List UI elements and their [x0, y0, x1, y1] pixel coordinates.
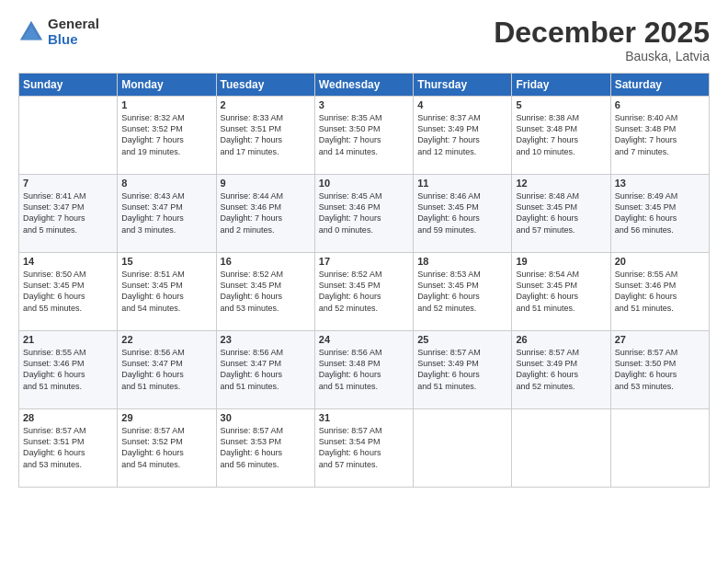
calendar-cell: 11Sunrise: 8:46 AMSunset: 3:45 PMDayligh… [414, 175, 512, 253]
cell-info: Sunrise: 8:57 AMSunset: 3:49 PMDaylight:… [516, 347, 606, 392]
day-number: 10 [319, 178, 409, 189]
calendar-cell: 6Sunrise: 8:40 AMSunset: 3:48 PMDaylight… [610, 97, 709, 175]
day-number: 12 [516, 178, 606, 189]
weekday-header-row: SundayMondayTuesdayWednesdayThursdayFrid… [19, 74, 710, 97]
calendar-cell: 17Sunrise: 8:52 AMSunset: 3:45 PMDayligh… [314, 253, 413, 331]
cell-info: Sunrise: 8:56 AMSunset: 3:47 PMDaylight:… [221, 347, 311, 392]
weekday-header-thursday: Thursday [414, 74, 512, 97]
day-number: 18 [417, 256, 507, 267]
day-number: 19 [516, 256, 606, 267]
day-number: 23 [221, 334, 311, 345]
cell-info: Sunrise: 8:51 AMSunset: 3:45 PMDaylight:… [121, 269, 211, 314]
calendar-cell: 29Sunrise: 8:57 AMSunset: 3:52 PMDayligh… [118, 409, 216, 488]
day-number: 30 [221, 412, 311, 423]
logo-general-text: General [48, 17, 99, 32]
cell-info: Sunrise: 8:57 AMSunset: 3:53 PMDaylight:… [221, 425, 311, 470]
cell-info: Sunrise: 8:32 AMSunset: 3:52 PMDaylight:… [121, 112, 211, 157]
day-number: 20 [615, 256, 705, 267]
cell-info: Sunrise: 8:53 AMSunset: 3:45 PMDaylight:… [417, 269, 507, 314]
day-number: 29 [121, 412, 211, 423]
cell-info: Sunrise: 8:52 AMSunset: 3:45 PMDaylight:… [319, 269, 409, 314]
cell-info: Sunrise: 8:44 AMSunset: 3:46 PMDaylight:… [221, 190, 311, 236]
weekday-header-wednesday: Wednesday [314, 74, 413, 97]
day-number: 1 [121, 99, 211, 110]
cell-info: Sunrise: 8:41 AMSunset: 3:47 PMDaylight:… [23, 190, 113, 236]
calendar-cell: 30Sunrise: 8:57 AMSunset: 3:53 PMDayligh… [216, 409, 314, 488]
calendar-cell: 24Sunrise: 8:56 AMSunset: 3:48 PMDayligh… [314, 331, 413, 409]
title-block: December 2025 Bauska, Latvia [494, 17, 710, 63]
day-number: 8 [121, 178, 211, 189]
cell-info: Sunrise: 8:48 AMSunset: 3:45 PMDaylight:… [516, 190, 606, 236]
calendar-cell: 22Sunrise: 8:56 AMSunset: 3:47 PMDayligh… [118, 331, 216, 409]
calendar-cell: 16Sunrise: 8:52 AMSunset: 3:45 PMDayligh… [216, 253, 314, 331]
cell-info: Sunrise: 8:38 AMSunset: 3:48 PMDaylight:… [516, 112, 606, 157]
cell-info: Sunrise: 8:57 AMSunset: 3:49 PMDaylight:… [417, 347, 507, 392]
calendar-cell: 8Sunrise: 8:43 AMSunset: 3:47 PMDaylight… [118, 175, 216, 253]
calendar-cell: 4Sunrise: 8:37 AMSunset: 3:49 PMDaylight… [414, 97, 512, 175]
day-number: 4 [417, 99, 507, 110]
day-number: 25 [417, 334, 507, 345]
day-number: 22 [121, 334, 211, 345]
cell-info: Sunrise: 8:55 AMSunset: 3:46 PMDaylight:… [23, 347, 113, 392]
calendar-cell: 28Sunrise: 8:57 AMSunset: 3:51 PMDayligh… [19, 409, 118, 488]
day-number: 5 [516, 99, 606, 110]
calendar-cell: 31Sunrise: 8:57 AMSunset: 3:54 PMDayligh… [314, 409, 413, 488]
day-number: 17 [319, 256, 409, 267]
calendar-cell [610, 409, 709, 488]
cell-info: Sunrise: 8:49 AMSunset: 3:45 PMDaylight:… [615, 190, 705, 236]
calendar-cell: 18Sunrise: 8:53 AMSunset: 3:45 PMDayligh… [414, 253, 512, 331]
calendar-cell [414, 409, 512, 488]
cell-info: Sunrise: 8:57 AMSunset: 3:52 PMDaylight:… [121, 425, 211, 470]
calendar-body: 1Sunrise: 8:32 AMSunset: 3:52 PMDaylight… [19, 97, 710, 488]
day-number: 13 [615, 178, 705, 189]
header: General Blue December 2025 Bauska, Latvi… [18, 17, 710, 63]
calendar-cell: 3Sunrise: 8:35 AMSunset: 3:50 PMDaylight… [314, 97, 413, 175]
day-number: 6 [615, 99, 705, 110]
calendar-cell: 5Sunrise: 8:38 AMSunset: 3:48 PMDaylight… [512, 97, 610, 175]
calendar-week-4: 21Sunrise: 8:55 AMSunset: 3:46 PMDayligh… [19, 331, 710, 409]
logo: General Blue [18, 17, 99, 47]
cell-info: Sunrise: 8:40 AMSunset: 3:48 PMDaylight:… [615, 112, 705, 157]
calendar-cell: 9Sunrise: 8:44 AMSunset: 3:46 PMDaylight… [216, 175, 314, 253]
calendar-cell: 23Sunrise: 8:56 AMSunset: 3:47 PMDayligh… [216, 331, 314, 409]
location: Bauska, Latvia [494, 49, 710, 63]
cell-info: Sunrise: 8:52 AMSunset: 3:45 PMDaylight:… [221, 269, 311, 314]
cell-info: Sunrise: 8:43 AMSunset: 3:47 PMDaylight:… [121, 190, 211, 236]
calendar-cell [512, 409, 610, 488]
calendar-week-2: 7Sunrise: 8:41 AMSunset: 3:47 PMDaylight… [19, 175, 710, 253]
day-number: 16 [221, 256, 311, 267]
calendar-cell: 25Sunrise: 8:57 AMSunset: 3:49 PMDayligh… [414, 331, 512, 409]
day-number: 21 [23, 334, 113, 345]
month-title: December 2025 [494, 17, 710, 49]
calendar-cell [19, 97, 118, 175]
weekday-header-friday: Friday [512, 74, 610, 97]
calendar-cell: 7Sunrise: 8:41 AMSunset: 3:47 PMDaylight… [19, 175, 118, 253]
calendar-cell: 12Sunrise: 8:48 AMSunset: 3:45 PMDayligh… [512, 175, 610, 253]
cell-info: Sunrise: 8:33 AMSunset: 3:51 PMDaylight:… [221, 112, 311, 157]
day-number: 9 [221, 178, 311, 189]
weekday-header-sunday: Sunday [19, 74, 118, 97]
day-number: 7 [23, 178, 113, 189]
day-number: 24 [319, 334, 409, 345]
calendar-cell: 14Sunrise: 8:50 AMSunset: 3:45 PMDayligh… [19, 253, 118, 331]
page: General Blue December 2025 Bauska, Latvi… [0, 0, 728, 563]
calendar-cell: 1Sunrise: 8:32 AMSunset: 3:52 PMDaylight… [118, 97, 216, 175]
day-number: 2 [221, 99, 311, 110]
day-number: 31 [319, 412, 409, 423]
weekday-header-tuesday: Tuesday [216, 74, 314, 97]
calendar-week-5: 28Sunrise: 8:57 AMSunset: 3:51 PMDayligh… [19, 409, 710, 488]
day-number: 3 [319, 99, 409, 110]
calendar-week-1: 1Sunrise: 8:32 AMSunset: 3:52 PMDaylight… [19, 97, 710, 175]
calendar-cell: 20Sunrise: 8:55 AMSunset: 3:46 PMDayligh… [610, 253, 709, 331]
calendar-week-3: 14Sunrise: 8:50 AMSunset: 3:45 PMDayligh… [19, 253, 710, 331]
logo-icon [18, 19, 44, 45]
logo-text: General Blue [48, 17, 99, 47]
day-number: 15 [121, 256, 211, 267]
cell-info: Sunrise: 8:45 AMSunset: 3:46 PMDaylight:… [319, 190, 409, 236]
cell-info: Sunrise: 8:54 AMSunset: 3:45 PMDaylight:… [516, 269, 606, 314]
calendar-cell: 15Sunrise: 8:51 AMSunset: 3:45 PMDayligh… [118, 253, 216, 331]
logo-blue-text: Blue [48, 32, 99, 48]
calendar-cell: 26Sunrise: 8:57 AMSunset: 3:49 PMDayligh… [512, 331, 610, 409]
cell-info: Sunrise: 8:57 AMSunset: 3:54 PMDaylight:… [319, 425, 409, 470]
day-number: 14 [23, 256, 113, 267]
